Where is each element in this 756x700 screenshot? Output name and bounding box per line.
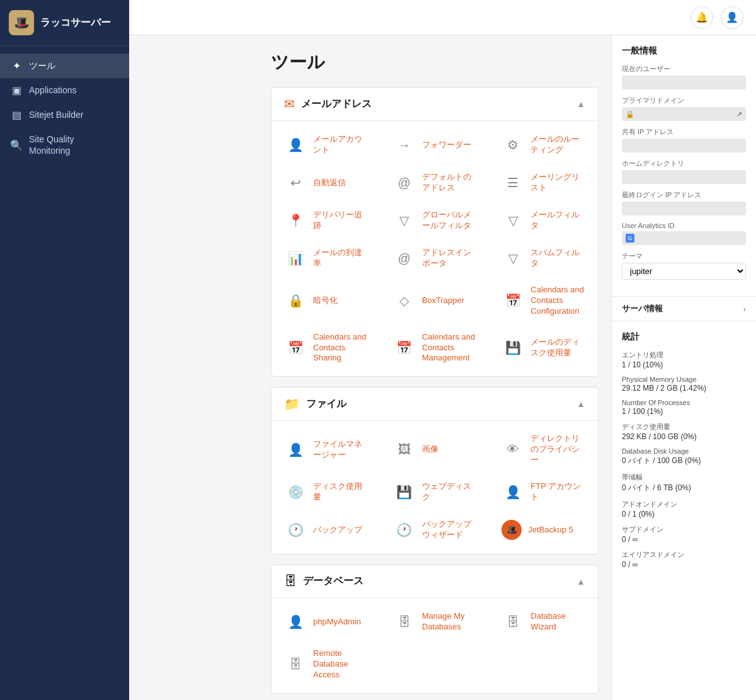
- theme-select[interactable]: jupiter: [622, 263, 746, 280]
- email-item-16[interactable]: 📅 Calendars and Contacts Management: [381, 324, 490, 372]
- database-items-grid: 👤 phpMyAdmin 🗄 Manage My Databases 🗄 Dat…: [272, 598, 598, 693]
- files-item-3[interactable]: 💿 ディスク使用量: [272, 473, 381, 511]
- email-item-15[interactable]: 📅 Calendars and Contacts Sharing: [272, 324, 381, 372]
- analytics-id-label: User Analytics ID: [622, 222, 746, 229]
- section-database-header-left: 🗄 データベース: [284, 574, 364, 588]
- sidebar-item-sitejet[interactable]: ▤ Sitejet Builder: [0, 103, 129, 127]
- email-item-12-label: 暗号化: [313, 295, 338, 306]
- section-email-title: メールアドレス: [301, 98, 372, 111]
- email-item-3[interactable]: ↩ 自動返信: [272, 164, 381, 202]
- email-item-2[interactable]: ⚙ メールのルーティング: [489, 126, 598, 164]
- email-item-14[interactable]: 📅 Calendars and Contacts Configuration: [489, 277, 598, 324]
- files-item-0-label: ファイルマネージャー: [313, 439, 368, 461]
- backup-icon: 🕐: [284, 519, 307, 541]
- mailing-list-icon: ☰: [501, 171, 524, 194]
- email-items-grid: 👤 メールアカウント → フォワーダー ⚙ メールのルーティング ↩ 自動返信 …: [272, 121, 598, 376]
- email-item-11[interactable]: ▽ スパムフィルタ: [489, 239, 598, 277]
- sidebar-item-sitejet-label: Sitejet Builder: [29, 109, 83, 120]
- applications-icon: ▣: [10, 84, 23, 96]
- email-item-17-label: メールのディスク使用量: [530, 337, 585, 359]
- forwarder-icon: →: [393, 134, 416, 156]
- db-wizard-icon: 🗄: [501, 611, 524, 633]
- email-item-8[interactable]: ▽ メールフィルタ: [489, 202, 598, 239]
- db-item-0[interactable]: 👤 phpMyAdmin: [272, 603, 381, 641]
- stat-row: Database Disk Usage 0 バイト / 100 GB (0%): [622, 447, 746, 466]
- email-item-0[interactable]: 👤 メールアカウント: [272, 126, 381, 164]
- section-database-title: データベース: [303, 575, 364, 588]
- external-link-icon[interactable]: ↗: [736, 110, 742, 118]
- files-item-2[interactable]: 👁 ディレクトリのプライバシー: [489, 426, 598, 473]
- encrypt-icon: 🔒: [284, 289, 307, 312]
- email-item-2-label: メールのルーティング: [530, 134, 585, 156]
- stat-label: エントリ処理: [622, 350, 746, 360]
- stat-value: 0 / ∞: [622, 560, 746, 569]
- primary-domain-row: プライマリドメイン 🔒 ↗: [622, 96, 746, 121]
- file-manager-icon: 👤: [284, 439, 307, 461]
- email-item-5-label: メーリングリスト: [530, 172, 585, 193]
- email-item-7-label: グローバルメールフィルタ: [422, 210, 477, 231]
- email-item-4[interactable]: @ デフォルトのアドレス: [381, 164, 490, 202]
- stat-label: サブドメイン: [622, 525, 746, 534]
- sidebar-item-sitequality[interactable]: 🔍 Site QualityMonitoring: [0, 127, 129, 163]
- shared-ip-label: 共有 IP アドレス: [622, 127, 746, 137]
- email-item-1[interactable]: → フォワーダー: [381, 126, 490, 164]
- email-item-9[interactable]: 📊 メールの到達率: [272, 239, 381, 277]
- files-chevron-icon: ▲: [576, 399, 585, 409]
- files-item-0[interactable]: 👤 ファイルマネージャー: [272, 426, 381, 473]
- user-button[interactable]: 👤: [721, 6, 743, 29]
- stat-value: 0 バイト / 100 GB (0%): [622, 456, 746, 466]
- files-item-7[interactable]: 🕐 バックアップウィザード: [381, 511, 490, 549]
- sidebar-item-tools[interactable]: ✦ ツール: [0, 54, 129, 78]
- server-info-row[interactable]: サーバ情報 ›: [612, 297, 756, 321]
- mail-disk-icon: 💾: [501, 336, 524, 359]
- files-item-7-label: バックアップウィザード: [422, 519, 477, 541]
- global-filter-icon: ▽: [393, 209, 416, 232]
- files-items-grid: 👤 ファイルマネージャー 🖼 画像 👁 ディレクトリのプライバシー 💿 ディスク…: [272, 421, 598, 554]
- email-item-13[interactable]: ◇ BoxTrapper: [381, 277, 490, 324]
- email-item-10[interactable]: @ アドレスインポータ: [381, 239, 490, 277]
- sidebar: 🎩 ラッコサーバー ✦ ツール ▣ Applications ▤ Sitejet…: [0, 0, 129, 700]
- delivery-track-icon: 📍: [284, 209, 307, 232]
- email-item-7[interactable]: ▽ グローバルメールフィルタ: [381, 202, 490, 239]
- email-item-17[interactable]: 💾 メールのディスク使用量: [489, 324, 598, 372]
- email-item-5[interactable]: ☰ メーリングリスト: [489, 164, 598, 202]
- email-item-0-label: メールアカウント: [313, 134, 368, 156]
- db-item-1[interactable]: 🗄 Manage My Databases: [381, 603, 490, 641]
- files-item-4[interactable]: 💾 ウェブディスク: [381, 473, 490, 511]
- section-files-header[interactable]: 📁 ファイル ▲: [272, 387, 598, 421]
- stat-label: Number Of Processes: [622, 399, 746, 406]
- user-icon: 👤: [726, 11, 738, 23]
- analytics-g-icon: G: [626, 234, 634, 243]
- email-item-12[interactable]: 🔒 暗号化: [272, 277, 381, 324]
- email-item-6[interactable]: 📍 デリバリー追跡: [272, 202, 381, 239]
- cal-contacts-sharing-icon: 📅: [284, 336, 307, 359]
- section-email-header[interactable]: ✉ メールアドレス ▲: [272, 88, 598, 121]
- stat-value: 292 KB / 100 GB (0%): [622, 432, 746, 441]
- sidebar-item-applications[interactable]: ▣ Applications: [0, 78, 129, 103]
- notification-button[interactable]: 🔔: [690, 6, 713, 29]
- db-item-2[interactable]: 🗄 Database Wizard: [489, 603, 598, 641]
- email-item-8-label: メールフィルタ: [530, 210, 585, 231]
- home-dir-label: ホームディレクトリ: [622, 159, 746, 168]
- stat-row: Physical Memory Usage 29.12 MB / 2 GB (1…: [622, 376, 746, 393]
- section-database: 🗄 データベース ▲ 👤 phpMyAdmin 🗄 Manage My Data…: [271, 565, 598, 694]
- stat-row: サブドメイン 0 / ∞: [622, 525, 746, 544]
- db-item-3[interactable]: 🗄 Remote Database Access: [272, 641, 381, 688]
- files-section-icon: 📁: [284, 396, 300, 411]
- theme-row: テーマ jupiter: [622, 251, 746, 280]
- sidebar-logo: 🎩 ラッコサーバー: [0, 0, 129, 46]
- email-item-11-label: スパムフィルタ: [530, 248, 585, 269]
- files-item-5[interactable]: 👤 FTP アカウント: [489, 473, 598, 511]
- files-item-1[interactable]: 🖼 画像: [381, 426, 490, 473]
- lock-icon: 🔒: [626, 110, 634, 118]
- files-item-2-label: ディレクトリのプライバシー: [530, 433, 585, 466]
- shared-ip-value: [622, 139, 746, 152]
- stat-row: エイリアスドメイン 0 / ∞: [622, 550, 746, 569]
- files-item-5-label: FTP アカウント: [530, 481, 585, 503]
- stat-label: Physical Memory Usage: [622, 376, 746, 383]
- section-database-header[interactable]: 🗄 データベース ▲: [272, 565, 598, 598]
- email-account-icon: 👤: [284, 134, 307, 156]
- files-item-8[interactable]: 🎩 JetBackup 5: [489, 511, 598, 549]
- files-item-6[interactable]: 🕐 バックアップ: [272, 511, 381, 549]
- disk-usage-icon: 💿: [284, 481, 307, 503]
